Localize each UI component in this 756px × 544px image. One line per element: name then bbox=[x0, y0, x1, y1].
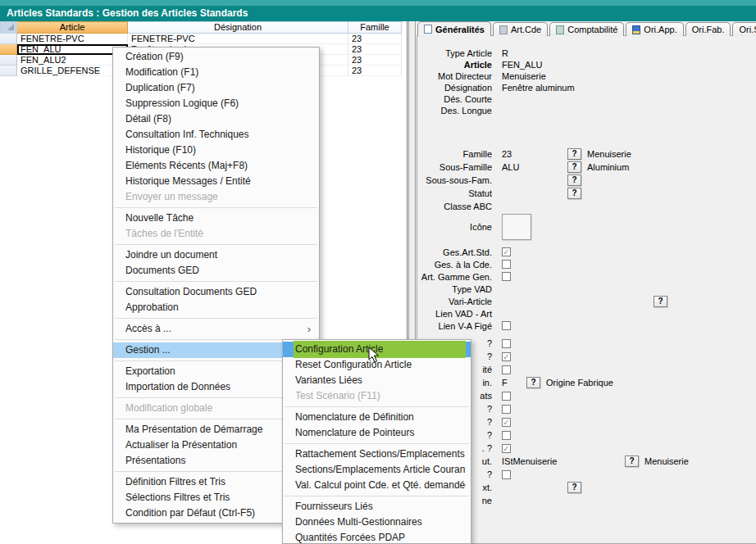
row-selector-cell[interactable] bbox=[0, 55, 17, 66]
menu-item[interactable]: Consultation Inf. Techniques bbox=[113, 127, 319, 143]
menu-item[interactable]: Duplication (F7) bbox=[113, 80, 319, 96]
cell-famille[interactable]: 23 bbox=[348, 66, 402, 76]
field-label: Sous-Famille bbox=[417, 162, 492, 172]
checkbox-checked[interactable]: ✓ bbox=[502, 247, 511, 256]
field-value[interactable]: 23 bbox=[502, 149, 567, 159]
form-row: Lien V-A Figé bbox=[417, 320, 756, 332]
column-header-designation[interactable]: Désignation bbox=[128, 21, 348, 34]
lookup-question-button[interactable]: ? bbox=[526, 377, 540, 388]
lookup-question-button[interactable]: ? bbox=[567, 482, 581, 493]
lookup-question-button[interactable]: ? bbox=[654, 296, 667, 307]
icon-picker-box[interactable] bbox=[502, 214, 531, 240]
checkbox-unchecked[interactable] bbox=[502, 260, 511, 269]
field-value[interactable]: ALU bbox=[502, 162, 567, 172]
menu-item[interactable]: Modification (F1) bbox=[113, 65, 319, 80]
menu-item[interactable]: Sections/Emplacements Article Courant bbox=[283, 462, 471, 478]
tab-art-cde[interactable]: Art.Cde bbox=[493, 22, 548, 36]
tab-ori-app-[interactable]: Ori.App. bbox=[626, 22, 683, 36]
menu-item[interactable]: Documents GED bbox=[113, 263, 319, 279]
menu-item-label: Données Multi-Gestionnaires bbox=[295, 515, 466, 530]
field-label: Classe ABC bbox=[417, 202, 492, 211]
tab-comptabilit-[interactable]: Comptabilité bbox=[549, 22, 624, 36]
menu-item[interactable]: Nomenclature de Définition bbox=[283, 410, 471, 425]
field-value[interactable]: FEN_ALU bbox=[502, 60, 567, 70]
field-value[interactable]: IStMenuiserie bbox=[502, 456, 625, 466]
checkbox-unchecked[interactable] bbox=[502, 405, 511, 414]
menu-item[interactable]: Création (F9) bbox=[113, 49, 319, 65]
checkbox-unchecked[interactable] bbox=[502, 392, 511, 401]
menu-item[interactable]: Quantités Forcées PDAP bbox=[283, 530, 471, 544]
form-row: Type ArticleR bbox=[417, 48, 756, 59]
cell-article[interactable]: FEN_ALU2 bbox=[17, 55, 128, 66]
row-selector-cell[interactable] bbox=[0, 44, 17, 55]
tab-label: Ori.Fab. bbox=[692, 25, 725, 34]
checkbox-unchecked[interactable] bbox=[502, 431, 511, 440]
cell-famille[interactable]: 23 bbox=[348, 55, 402, 66]
cell-famille[interactable]: 23 bbox=[348, 34, 402, 44]
menu-item[interactable]: Joindre un document bbox=[113, 247, 319, 263]
row-selector-cell[interactable] bbox=[0, 66, 17, 76]
tab-ori-fab-[interactable]: Ori.Fab. bbox=[685, 22, 731, 36]
row-selector-cell[interactable] bbox=[0, 34, 17, 44]
checkbox-checked[interactable]: ✓ bbox=[502, 352, 511, 361]
checkbox-unchecked[interactable] bbox=[502, 321, 511, 330]
field-value[interactable]: Fenêtre aluminum bbox=[502, 83, 567, 93]
menu-item-label: Consultation Inf. Techniques bbox=[125, 127, 314, 143]
menu-item-label: Documents GED bbox=[125, 263, 314, 279]
checkbox-unchecked[interactable] bbox=[502, 272, 511, 281]
cell-designation[interactable]: FENETRE-PVC bbox=[128, 34, 348, 44]
lookup-question-button[interactable]: ? bbox=[567, 188, 581, 199]
tab-g-n-ralit-s[interactable]: Généralités bbox=[417, 21, 491, 36]
checkbox-unchecked[interactable] bbox=[502, 365, 511, 374]
ledger-icon bbox=[556, 25, 564, 34]
menu-item[interactable]: Consultation Documents GED bbox=[113, 284, 319, 300]
menu-item[interactable]: Nomenclature de Pointeurs bbox=[283, 425, 471, 441]
table-row[interactable]: FENETRE-PVCFENETRE-PVC23 bbox=[0, 34, 407, 44]
tab-ori-sst-[interactable]: Ori.SsT. bbox=[732, 22, 756, 36]
field-label: Vari-Article bbox=[417, 297, 492, 306]
menu-item[interactable]: Données Multi-Gestionnaires bbox=[283, 515, 471, 530]
column-header-article[interactable]: Article bbox=[17, 21, 128, 34]
detail-tab-bar: GénéralitésArt.CdeComptabilitéOri.App.Or… bbox=[417, 21, 756, 36]
menu-item[interactable]: Val. Calcul point Cde. et Qté. demandée bbox=[283, 478, 471, 493]
form-row: Vari-Article? bbox=[417, 295, 756, 307]
field-note: Menuiserie bbox=[587, 149, 631, 159]
menu-item[interactable]: Suppression Logique (F6) bbox=[113, 96, 319, 111]
lookup-question-button[interactable]: ? bbox=[567, 161, 581, 173]
menu-item[interactable]: Fournisseurs Liés bbox=[283, 499, 471, 515]
menu-item-label: Accès à ... bbox=[125, 321, 307, 337]
cell-famille[interactable]: 23 bbox=[348, 44, 402, 55]
menu-item[interactable]: Historique Messages / Entité bbox=[113, 174, 319, 189]
menu-item-label: Historique (F10) bbox=[125, 143, 314, 158]
submenu-arrow-icon: › bbox=[307, 322, 314, 336]
cell-article[interactable]: FEN_ALU bbox=[17, 44, 128, 55]
menu-item[interactable]: Accès à ...› bbox=[113, 321, 319, 337]
book-icon bbox=[632, 25, 640, 34]
lookup-question-button[interactable]: ? bbox=[567, 148, 581, 160]
checkbox-checked[interactable]: ✓ bbox=[502, 444, 511, 453]
column-header-famille[interactable]: Famille bbox=[348, 21, 402, 34]
cell-article[interactable]: GRILLE_DEFENSE bbox=[17, 66, 128, 76]
select-all-corner-cell[interactable] bbox=[0, 21, 17, 34]
cell-article[interactable]: FENETRE-PVC bbox=[17, 34, 128, 44]
menu-item[interactable]: Variantes Liées bbox=[283, 373, 471, 388]
form-row: ArticleFEN_ALU bbox=[417, 59, 756, 70]
tab-label: Comptabilité bbox=[567, 25, 617, 34]
menu-item[interactable]: Rattachement Sections/Emplacements bbox=[283, 447, 471, 462]
field-value[interactable]: R bbox=[502, 48, 567, 58]
lookup-question-button[interactable]: ? bbox=[625, 456, 639, 467]
lookup-question-button[interactable]: ? bbox=[567, 175, 581, 186]
menu-item[interactable]: Approbation bbox=[113, 300, 319, 315]
checkbox-checked[interactable]: ✓ bbox=[502, 418, 511, 427]
checkbox-unchecked[interactable] bbox=[502, 470, 511, 479]
field-label: Mot Directeur bbox=[417, 71, 492, 81]
menu-item[interactable]: Historique (F10) bbox=[113, 143, 319, 158]
field-value[interactable]: F bbox=[502, 378, 526, 388]
menu-item-label: Joindre un document bbox=[125, 247, 314, 263]
menu-item[interactable]: Détail (F8) bbox=[113, 111, 319, 127]
menu-item[interactable]: Nouvelle Tâche bbox=[113, 211, 319, 226]
menu-item[interactable]: Eléments Récents (Maj+F8) bbox=[113, 158, 319, 174]
menu-separator bbox=[285, 496, 469, 496]
checkbox-unchecked[interactable] bbox=[502, 339, 511, 348]
field-value[interactable]: Menuiserie bbox=[502, 71, 567, 81]
